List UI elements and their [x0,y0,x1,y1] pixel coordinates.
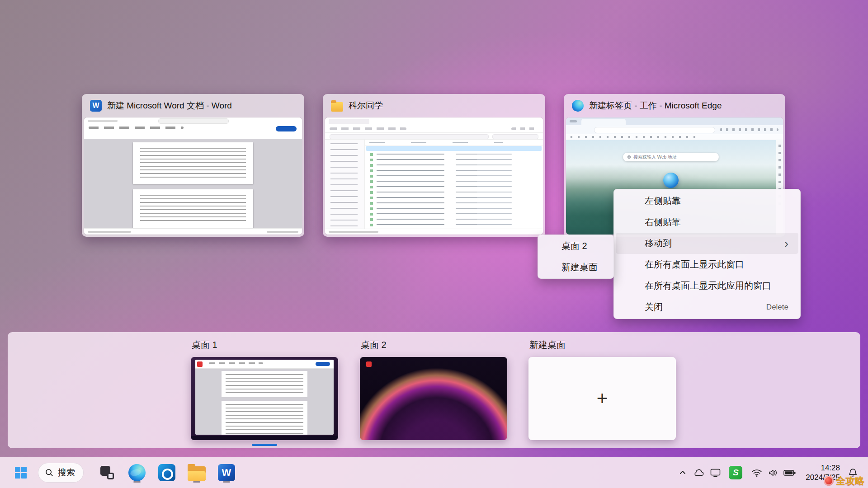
volume-icon [765,463,781,482]
edge-icon [572,100,584,112]
cast-tray-button[interactable] [707,463,723,482]
clock-time: 14:28 [806,463,840,473]
windows-logo-icon [15,467,27,479]
menu-item-shortcut: Delete [766,303,788,312]
edge-search-box: 搜索或输入 Web 地址 [623,153,719,161]
word-window-preview[interactable] [84,117,302,235]
explorer-statusbar-skeleton [325,229,543,235]
window-card-word[interactable]: W 新建 Microsoft Word 文档 - Word [82,94,304,237]
explorer-nav-pane-skeleton [325,140,365,229]
mini-page-2 [222,401,307,435]
submenu-item-label: 新建桌面 [561,261,598,273]
window-header-edge: 新建标签页 - 工作 - Microsoft Edge [564,94,785,117]
running-indicator [193,481,200,483]
menu-item-label: 移动到 [645,237,672,249]
explorer-rows-skeleton [365,152,543,229]
network-volume-battery-button[interactable] [748,463,798,482]
menu-item-close[interactable]: 关闭 Delete [616,296,798,318]
menu-item-show-app-windows-all-desktops[interactable]: 在所有桌面上显示此应用的窗口 [616,275,798,296]
new-desktop-label: 新建桌面 [529,339,566,351]
start-button[interactable] [10,462,32,483]
word-page-2 [133,189,253,228]
edge-taskbar-button[interactable] [126,462,148,483]
window-card-explorer[interactable]: 科尔同学 [323,94,545,237]
search-label: 搜索 [58,467,75,479]
desktop-2-thumbnail[interactable] [360,357,507,440]
window-header-explorer: 科尔同学 [323,94,545,117]
explorer-selected-row [366,146,542,151]
desktop-1-thumbnail[interactable] [191,357,338,440]
explorer-window-preview[interactable] [325,117,543,235]
edge-bookmarks-bar-skeleton [566,134,783,140]
watermark-text: 全攻略 [836,474,864,487]
explorer-tab-bar-skeleton [325,117,543,125]
submenu-item-desktop-2[interactable]: 桌面 2 [540,235,612,257]
onedrive-tray-button[interactable] [691,463,707,482]
explorer-file-list [365,140,543,229]
mini-document-area [195,369,334,435]
mini-ribbon-skeleton [195,360,334,369]
chevron-up-icon [678,468,687,477]
task-view-icon [100,466,114,479]
plus-icon: + [597,389,608,408]
taskbar-left-cluster: 搜索 W [10,457,237,488]
taskbar-app-icons: W [96,462,237,483]
desktop-1-word-window [195,360,334,435]
window-title-edge: 新建标签页 - 工作 - Microsoft Edge [589,100,722,112]
wifi-icon [749,463,765,482]
word-ribbon-skeleton [84,124,302,138]
file-explorer-icon [188,466,206,481]
edge-icon [128,464,146,481]
word-icon: W [90,100,102,112]
word-page-1 [133,142,253,184]
battery-icon [781,463,797,482]
submenu-arrow-icon: › [784,238,788,249]
active-desktop-indicator [252,444,277,446]
submenu-item-new-desktop[interactable]: 新建桌面 [540,257,612,278]
taskbar-search[interactable]: 搜索 [38,463,84,483]
search-icon [45,468,54,477]
task-view-screen: W 新建 Microsoft Word 文档 - Word 科尔同学 [0,0,868,488]
show-hidden-icons-button[interactable] [675,463,691,482]
new-desktop-button[interactable]: + [528,357,676,440]
red-app-badge [366,361,372,367]
red-app-badge [197,361,203,367]
word-taskbar-button[interactable]: W [216,462,237,483]
window-header-word: W 新建 Microsoft Word 文档 - Word [82,94,304,117]
onedrive-cloud-icon [693,469,705,477]
running-indicator [223,481,230,483]
text-lines-skeleton [140,195,245,223]
cast-display-icon [710,468,721,477]
word-document-area [84,139,302,228]
menu-item-label: 在所有桌面上显示此窗口 [645,258,744,271]
task-view-button[interactable] [96,462,118,483]
running-indicator [133,481,141,483]
word-titlebar-skeleton [84,117,302,124]
menu-item-snap-left[interactable]: 左侧贴靠 [616,190,798,211]
word-icon: W [218,464,235,481]
file-explorer-taskbar-button[interactable] [186,462,208,483]
desktop-1-label: 桌面 1 [192,339,217,351]
watermark: 全攻略 [824,474,864,487]
menu-item-label: 关闭 [645,301,663,313]
explorer-address-bar-skeleton [325,133,543,140]
outlook-taskbar-button[interactable] [156,462,178,483]
text-lines-skeleton [226,374,303,394]
edge-search-placeholder: 搜索或输入 Web 地址 [633,154,677,160]
window-context-menu: 左侧贴靠 右侧贴靠 移动到 › 在所有桌面上显示此窗口 在所有桌面上显示此应用的… [613,189,801,319]
sogou-input-icon[interactable]: S [729,466,742,479]
move-to-submenu: 桌面 2 新建桌面 [538,235,614,279]
edge-tabstrip-skeleton [566,117,783,125]
mini-taskbar [191,436,338,440]
window-title-word: 新建 Microsoft Word 文档 - Word [107,100,232,112]
text-lines-skeleton [226,404,303,434]
menu-item-label: 右侧贴靠 [645,216,681,228]
word-statusbar-skeleton [84,228,302,235]
menu-item-show-window-all-desktops[interactable]: 在所有桌面上显示此窗口 [616,254,798,275]
mini-page-1 [222,371,307,397]
menu-item-label: 在所有桌面上显示此应用的窗口 [645,280,771,292]
menu-item-move-to[interactable]: 移动到 › [616,233,798,254]
desktop-2-label: 桌面 2 [361,339,387,351]
edge-sphere-logo [663,173,679,188]
menu-item-snap-right[interactable]: 右侧贴靠 [616,211,798,233]
